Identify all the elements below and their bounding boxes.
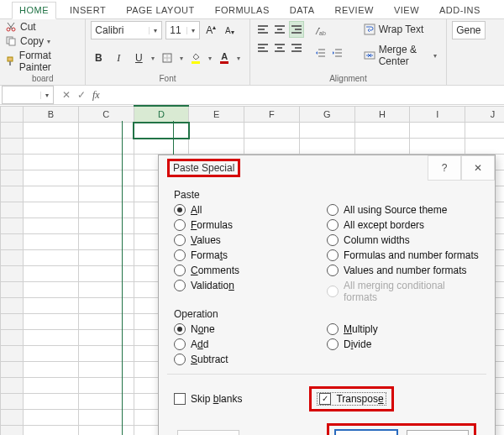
ribbon: Cut Copy ▾ Format Painter board Calibri …	[0, 19, 504, 86]
dropdown-arrow-icon[interactable]: ▾	[151, 55, 155, 62]
number-format-combo[interactable]: Gene	[452, 21, 486, 39]
fill-color-button[interactable]	[188, 50, 203, 66]
cancel-edit-icon[interactable]: ✕	[62, 89, 71, 102]
column-header[interactable]: G	[299, 106, 354, 123]
tab-formulas[interactable]: FORMULAS	[208, 3, 276, 18]
increase-indent-button[interactable]	[329, 45, 344, 61]
cut-button[interactable]: Cut	[5, 21, 36, 33]
paintbrush-icon	[5, 55, 16, 67]
cancel-button[interactable]: Cancel	[407, 430, 469, 435]
dialog-title: Paste Special	[173, 162, 234, 174]
formula-bar: ▾ ✕ ✓ fx	[0, 86, 504, 105]
tab-review[interactable]: REVIEW	[328, 3, 381, 18]
row-header[interactable]	[1, 123, 24, 139]
borders-button[interactable]	[160, 50, 175, 66]
radio-all[interactable]: All	[174, 204, 327, 216]
decrease-font-button[interactable]: A▾	[222, 22, 237, 39]
ok-button[interactable]: OK	[334, 429, 398, 435]
align-left-button[interactable]	[255, 39, 270, 56]
radio-none[interactable]: None	[174, 323, 327, 335]
number-format-value: Gene	[453, 24, 485, 36]
radio-values[interactable]: Values	[174, 234, 327, 246]
tab-page-layout[interactable]: PAGE LAYOUT	[119, 3, 202, 18]
chevron-down-icon: ▾	[149, 27, 161, 34]
tab-addins[interactable]: ADD-INS	[433, 3, 487, 18]
radio-values-numfmt[interactable]: Values and number formats	[327, 265, 480, 276]
merge-center-button[interactable]: Merge & Center ▾	[360, 41, 441, 70]
radio-column-widths[interactable]: Column widths	[327, 234, 480, 246]
radio-subtract[interactable]: Subtract	[174, 354, 327, 365]
svg-rect-3	[9, 39, 15, 45]
decrease-indent-button[interactable]	[312, 45, 328, 61]
tab-data[interactable]: DATA	[283, 3, 322, 18]
italic-button[interactable]: I	[111, 50, 126, 66]
ribbon-tabs: HOME INSERT PAGE LAYOUT FORMULAS DATA RE…	[0, 0, 504, 19]
radio-formulas-numfmt[interactable]: Formulas and number formats	[327, 249, 480, 261]
dropdown-arrow-icon[interactable]: ▾	[208, 55, 212, 62]
alignment-group-label: Alignment	[255, 73, 441, 85]
fx-icon[interactable]: fx	[92, 89, 100, 102]
column-header[interactable]: I	[410, 106, 465, 123]
enter-edit-icon[interactable]: ✓	[77, 89, 86, 102]
chevron-down-icon: ▾	[186, 27, 199, 34]
radio-divide[interactable]: Divide	[327, 338, 480, 350]
font-color-button[interactable]: A	[217, 50, 232, 66]
copy-button[interactable]: Copy ▾	[5, 35, 50, 47]
copy-dropdown-icon[interactable]: ▾	[47, 38, 50, 45]
cut-label: Cut	[20, 21, 36, 33]
align-bottom-button[interactable]	[289, 21, 304, 38]
orientation-button[interactable]: ab	[312, 23, 328, 39]
column-header[interactable]: F	[244, 106, 300, 123]
align-right-button[interactable]	[289, 39, 304, 56]
active-cell[interactable]	[134, 123, 189, 139]
tab-home[interactable]: HOME	[12, 2, 56, 19]
radio-merging-conditional: All merging conditional formats	[327, 280, 480, 303]
align-center-button[interactable]	[272, 39, 287, 56]
column-header[interactable]: C	[78, 106, 134, 123]
font-group-label: Font	[91, 73, 244, 85]
help-button[interactable]: ?	[428, 155, 461, 181]
copy-icon	[5, 35, 17, 47]
chevron-down-icon: ▾	[433, 52, 437, 60]
column-header[interactable]: D	[134, 106, 189, 123]
radio-all-source-theme[interactable]: All using Source theme	[327, 204, 480, 216]
font-name-combo[interactable]: Calibri ▾	[91, 21, 162, 39]
font-size-combo[interactable]: 11 ▾	[165, 21, 200, 39]
clipboard-group-label: board	[5, 73, 80, 85]
align-top-button[interactable]	[255, 21, 270, 38]
align-middle-button[interactable]	[272, 21, 287, 38]
svg-rect-4	[8, 57, 13, 61]
column-header[interactable]: B	[23, 106, 78, 123]
wrap-text-button[interactable]: Wrap Text	[360, 21, 441, 38]
scissors-icon	[5, 21, 17, 33]
close-icon: ✕	[474, 162, 482, 174]
column-header[interactable]: J	[465, 106, 504, 123]
radio-validation[interactable]: Validation	[174, 280, 327, 291]
radio-formulas[interactable]: Formulas	[174, 219, 327, 231]
increase-font-button[interactable]: A▴	[203, 22, 218, 39]
checkbox-skip-blanks[interactable]: Skip blanks	[174, 393, 242, 405]
dialog-titlebar: Paste Special ? ✕	[159, 155, 495, 181]
radio-all-except-borders[interactable]: All except borders	[327, 219, 480, 231]
svg-rect-5	[9, 61, 11, 66]
checkbox-transpose[interactable]: Transpose	[317, 392, 386, 406]
tab-insert[interactable]: INSERT	[63, 3, 113, 18]
underline-button[interactable]: U	[131, 50, 146, 66]
column-header[interactable]: H	[354, 106, 410, 123]
svg-text:ab: ab	[319, 30, 326, 36]
radio-formats[interactable]: Formats	[174, 249, 327, 261]
column-header[interactable]: E	[189, 106, 244, 123]
radio-add[interactable]: Add	[174, 338, 327, 350]
dropdown-arrow-icon[interactable]: ▾	[237, 55, 240, 62]
format-painter-button[interactable]: Format Painter	[5, 50, 80, 73]
radio-multiply[interactable]: Multiply	[327, 323, 480, 335]
select-all-corner[interactable]	[1, 106, 24, 123]
close-button[interactable]: ✕	[461, 155, 495, 181]
tab-view[interactable]: VIEW	[387, 3, 426, 18]
dropdown-arrow-icon[interactable]: ▾	[180, 55, 183, 62]
bold-button[interactable]: B	[91, 50, 106, 66]
radio-comments[interactable]: Comments	[174, 265, 327, 276]
name-box[interactable]: ▾	[2, 86, 54, 104]
number-group-label	[452, 82, 499, 85]
merge-icon	[364, 50, 375, 61]
